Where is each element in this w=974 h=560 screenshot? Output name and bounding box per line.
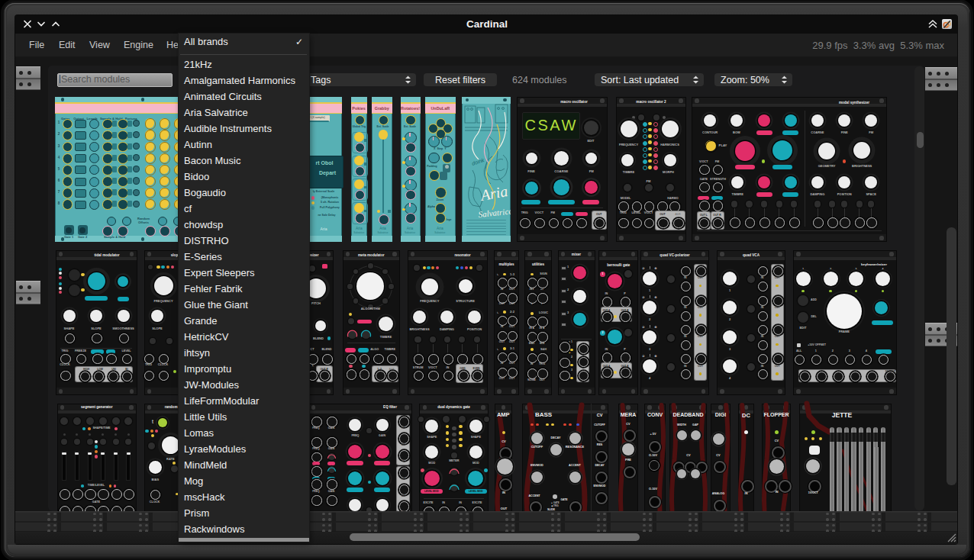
svg-text:doink: doink <box>471 157 485 166</box>
svg-text:Aria: Aria <box>478 182 509 204</box>
svg-text:Salvatrice: Salvatrice <box>478 206 511 219</box>
